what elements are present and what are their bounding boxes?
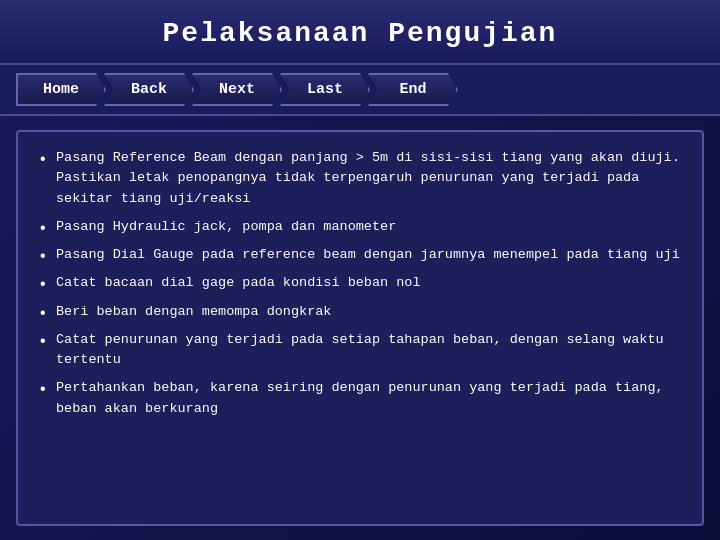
page-wrapper: Pelaksanaan Pengujian Home Back Next Las… <box>0 0 720 540</box>
bullet-list: Pasang Reference Beam dengan panjang > 5… <box>38 148 682 419</box>
list-item: Catat bacaan dial gage pada kondisi beba… <box>38 273 682 293</box>
list-item: Pasang Reference Beam dengan panjang > 5… <box>38 148 682 209</box>
last-button[interactable]: Last <box>280 73 370 106</box>
title-bar: Pelaksanaan Pengujian <box>0 0 720 65</box>
nav-bar: Home Back Next Last End <box>0 65 720 116</box>
list-item: Pasang Dial Gauge pada reference beam de… <box>38 245 682 265</box>
page-title: Pelaksanaan Pengujian <box>20 18 700 49</box>
back-button[interactable]: Back <box>104 73 194 106</box>
next-button[interactable]: Next <box>192 73 282 106</box>
list-item: Pertahankan beban, karena seiring dengan… <box>38 378 682 419</box>
home-button[interactable]: Home <box>16 73 106 106</box>
list-item: Pasang Hydraulic jack, pompa dan manomet… <box>38 217 682 237</box>
content-area: Pasang Reference Beam dengan panjang > 5… <box>16 130 704 526</box>
end-button[interactable]: End <box>368 73 458 106</box>
list-item: Catat penurunan yang terjadi pada setiap… <box>38 330 682 371</box>
list-item: Beri beban dengan memompa dongkrak <box>38 302 682 322</box>
